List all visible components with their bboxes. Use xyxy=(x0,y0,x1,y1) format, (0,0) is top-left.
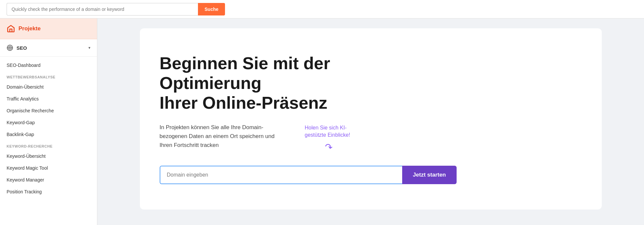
seo-label: SEO xyxy=(16,45,27,51)
hero-input-row: Jetzt starten xyxy=(160,166,457,184)
home-icon xyxy=(7,24,15,33)
nav-section-keyword-recherche: KEYWORD-RECHERCHE xyxy=(0,140,97,150)
target-icon xyxy=(7,44,13,51)
sidebar: Projekte SEO ▾ xyxy=(0,18,97,225)
ai-arrow-icon: ↷ xyxy=(324,141,333,153)
search-container: Suche xyxy=(7,3,271,15)
search-button[interactable]: Suche xyxy=(198,3,225,15)
seo-header[interactable]: SEO ▾ xyxy=(0,39,97,57)
sidebar-item-backlink-gap[interactable]: Backlink-Gap xyxy=(0,128,97,140)
hero-title: Beginnen Sie mit der Optimierung Ihrer O… xyxy=(160,54,391,113)
svg-point-1 xyxy=(8,46,12,49)
hero-ai-hint: Holen Sie sich KI- gestützte Einblicke! … xyxy=(305,123,350,153)
sidebar-nav: SEO-Dashboard WETTBEWERBSANALYSE Domain-… xyxy=(0,57,97,200)
svg-point-2 xyxy=(9,47,10,48)
ai-hint-text: Holen Sie sich KI- gestützte Einblicke! xyxy=(305,124,350,139)
chevron-down-icon: ▾ xyxy=(88,45,90,50)
sidebar-item-traffic-analytics[interactable]: Traffic Analytics xyxy=(0,93,97,105)
seo-section: SEO ▾ SEO-Dashboard WETTBEWERBSANALYSE D… xyxy=(0,39,97,200)
top-bar: Suche xyxy=(0,0,644,18)
sidebar-item-seo-dashboard[interactable]: SEO-Dashboard xyxy=(0,59,97,71)
sidebar-item-keyword-manager[interactable]: Keyword Manager xyxy=(0,174,97,186)
sidebar-projekte[interactable]: Projekte xyxy=(0,18,97,39)
domain-input[interactable] xyxy=(160,166,402,184)
sidebar-item-keyword-magic-tool[interactable]: Keyword Magic Tool xyxy=(0,162,97,174)
search-input[interactable] xyxy=(7,3,198,15)
seo-header-left: SEO xyxy=(7,44,27,51)
sidebar-item-position-tracking[interactable]: Position Tracking xyxy=(0,186,97,198)
nav-section-wettbewerbsanalyse: WETTBEWERBSANALYSE xyxy=(0,71,97,81)
sidebar-item-organische-recherche[interactable]: Organische Recherche xyxy=(0,105,97,117)
sidebar-item-domain-ubersicht[interactable]: Domain-Übersicht xyxy=(0,81,97,93)
sidebar-item-keyword-gap[interactable]: Keyword-Gap xyxy=(0,117,97,128)
hero-card: Beginnen Sie mit der Optimierung Ihrer O… xyxy=(140,28,602,210)
hero-body-row: In Projekten können Sie alle Ihre Domain… xyxy=(160,123,582,153)
projekte-label: Projekte xyxy=(18,25,41,32)
start-button[interactable]: Jetzt starten xyxy=(402,166,456,184)
sidebar-item-keyword-ubersicht[interactable]: Keyword-Übersicht xyxy=(0,150,97,162)
hero-description: In Projekten können Sie alle Ihre Domain… xyxy=(160,123,285,150)
main-layout: Projekte SEO ▾ xyxy=(0,18,644,225)
main-content: Beginnen Sie mit der Optimierung Ihrer O… xyxy=(97,18,644,225)
